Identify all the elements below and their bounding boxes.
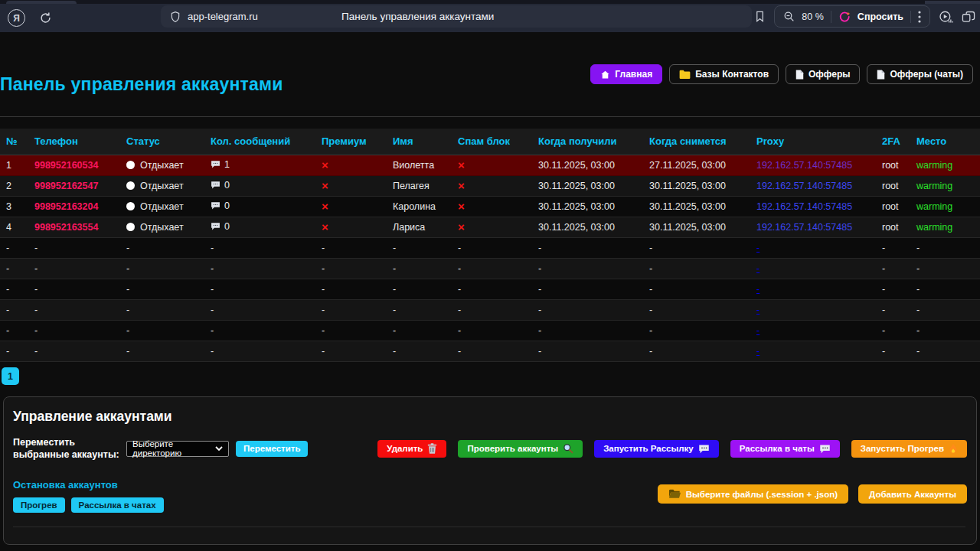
table-row-empty[interactable]: - - - - - - - - - - - - [0,341,980,361]
ask-ai-icon[interactable] [838,11,851,23]
cell-2fa: - [876,341,910,361]
cell-spam x-icon: - [452,279,532,299]
action-button-magnifier[interactable]: Проверить аккаунты [458,440,583,458]
stop-button-1[interactable]: Прогрев [13,497,65,513]
add-accounts-button[interactable]: Добавить Аккаунты [858,484,967,504]
cell-proxy: 192.162.57.140:57485 [750,217,876,237]
cell-status: - [120,320,204,341]
reload-icon[interactable] [39,11,52,24]
proxy-link[interactable]: - [756,263,760,274]
cell-phone: - [28,299,120,320]
cell-messages: 0 [204,196,315,217]
action-button-bubble[interactable]: Запустить Рассылку [594,440,719,458]
cell-place: - [910,341,980,361]
proxy-link[interactable]: 192.162.57.140:57485 [756,201,852,212]
tab-strip-right [925,1,980,4]
nav-button-2[interactable]: Базы Контактов [669,64,779,84]
cell-spam x-icon: × [452,175,532,196]
cell-status: - [120,279,204,299]
cell-2fa: - [876,258,910,279]
file-icon [795,70,804,80]
table-row-empty[interactable]: - - - - - - - - - - - - [0,279,980,299]
table-row[interactable]: 1 998952160534 Отдыхает 1 × Виолетта × 3… [0,155,980,175]
nav-button-3[interactable]: Офферы [786,64,860,84]
browser-toolbar: Я app-telegram.ru Панель управления акка… [0,4,980,32]
top-nav: Главная Базы Контактов Офферы Офферы (ча… [590,64,973,84]
message-bubble-icon [211,222,220,233]
table-row-empty[interactable]: - - - - - - - - - - - - [0,299,980,320]
cell-received: 30.11.2025, 03:00 [532,196,643,217]
cell-spam x-icon: - [452,258,532,279]
table-body: 1 998952160534 Отдыхает 1 × Виолетта × 3… [0,155,980,361]
cell-until: - [643,299,750,320]
stop-button-2[interactable]: Рассылка в чатах [71,497,164,513]
folder-icon [679,70,691,79]
cell-proxy: 192.162.57.140:57485 [750,155,876,175]
cell-premium x-icon: × [315,217,387,237]
cell-received: - [532,258,643,279]
table-row-empty[interactable]: - - - - - - - - - - - - [0,237,980,258]
zoom-out-icon[interactable] [783,11,795,22]
shield-icon[interactable] [170,11,181,23]
bookmark-icon[interactable] [754,10,766,23]
cell-proxy: - [750,299,876,320]
message-bubble-icon [211,201,220,212]
page-button-1[interactable]: 1 [2,367,19,385]
ask-button-label[interactable]: Спросить [858,11,903,22]
cell-messages: 0 [204,175,315,196]
cell-phone: - [28,258,120,279]
kebab-menu-icon[interactable] [918,11,921,23]
cell-spam x-icon: × [452,155,532,175]
proxy-link[interactable]: - [756,243,760,253]
action-button-fire[interactable]: Запустить Прогрев [851,440,967,458]
trash-icon [427,443,437,454]
proxy-link[interactable]: 192.162.57.140:57485 [756,181,852,191]
cell-messages: - [204,279,315,299]
proxy-link[interactable]: - [756,346,760,357]
directory-select-value: Выберите директорию [132,439,215,458]
directory-select[interactable]: Выберите директорию [126,441,229,457]
zoom-level[interactable]: 80 % [802,11,824,22]
proxy-link[interactable]: - [756,325,760,336]
cell-2fa: root [876,155,910,175]
table-row-empty[interactable]: - - - - - - - - - - - - [0,258,980,279]
proxy-link[interactable]: - [756,305,760,315]
proxy-link[interactable]: - [756,284,760,295]
tab-groups-icon[interactable] [962,11,975,23]
page-title: Панель управления аккаунтами [0,74,283,95]
cell-messages: - [204,341,315,361]
cell-place: - [910,279,980,299]
cell-proxy: 192.162.57.140:57485 [750,196,876,217]
cell-status: - [120,299,204,320]
cell-name: Пелагея [387,175,452,196]
table-row[interactable]: 3 998952163204 Отдыхает 0 × Каролина × 3… [0,196,980,217]
table-row-empty[interactable]: - - - - - - - - - - - - [0,320,980,341]
table-row[interactable]: 2 998952162547 Отдыхает 0 × Пелагея × 30… [0,175,980,196]
action-button-bubble[interactable]: Рассылка в чаты [730,440,840,458]
cell-received: 30.11.2025, 03:00 [532,155,643,175]
proxy-link[interactable]: 192.162.57.140:57485 [756,222,852,233]
yandex-menu-button[interactable]: Я [8,9,25,27]
cell-proxy: - [750,341,876,361]
action-button-trash[interactable]: Удалить [377,440,446,458]
table-row[interactable]: 4 998952163554 Отдыхает 0 × Лариса × 30.… [0,217,980,237]
proxy-link[interactable]: 192.162.57.140:57485 [756,160,852,171]
move-button[interactable]: Переместить [236,441,308,457]
cell-spam x-icon: - [452,299,532,320]
nav-button-4[interactable]: Офферы (чаты) [867,64,973,84]
url-text: app-telegram.ru [188,11,258,22]
cell-premium x-icon: × [315,196,387,217]
col-header-phone: Телефон [28,129,120,155]
cell-status: - [120,237,204,258]
media-play-icon[interactable] [939,10,953,24]
choose-files-button[interactable]: Выберите файлы (.session + .json) [658,484,848,504]
nav-button-1[interactable]: Главная [590,64,662,84]
col-header-received: Когда получили [532,129,643,155]
cell-place: - [910,320,980,341]
file-row: Выберите файлы (.session + .json) Добави… [658,484,967,504]
cell-place: warming [910,155,980,175]
cell-received: - [532,299,643,320]
cell-until: 30.11.2025, 03:00 [643,196,750,217]
col-header-until: Когда снимется [643,129,750,155]
col-header-messages: Кол. сообщений [204,129,315,155]
